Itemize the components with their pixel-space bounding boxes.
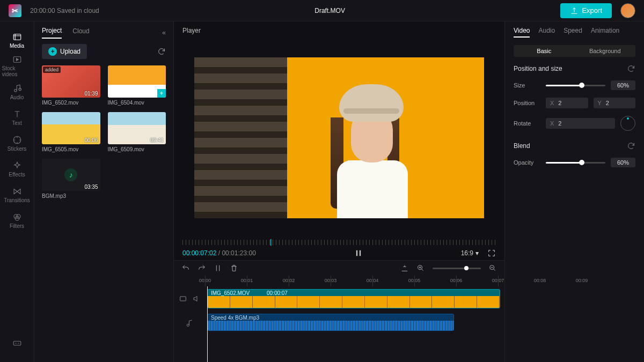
ptab-audio[interactable]: Audio — [538, 27, 555, 38]
mute-icon[interactable] — [192, 294, 200, 303]
svg-rect-0 — [13, 34, 21, 40]
upload-icon — [570, 6, 579, 15]
media-item[interactable]: added01:39 IMG_6502.mov — [42, 65, 100, 106]
rail-media[interactable]: Media — [2, 28, 32, 53]
subtab-background[interactable]: Background — [575, 45, 636, 57]
media-panel: Project Cloud « +Upload added01:39 IMG_6… — [34, 21, 174, 362]
zoom-in-button[interactable] — [416, 264, 425, 272]
topbar: ✂ 20:00:00 Saved in cloud Draft.MOV Expo… — [0, 0, 644, 21]
current-time: 00:00:07:02 — [182, 249, 216, 257]
split-button[interactable] — [214, 264, 222, 272]
media-item[interactable]: + IMG_6504.mov — [108, 65, 166, 106]
chevron-down-icon: ▾ — [475, 249, 479, 257]
add-media-icon[interactable]: + — [157, 89, 166, 98]
pause-button[interactable] — [354, 248, 363, 258]
opacity-slider[interactable] — [546, 162, 605, 164]
media-item[interactable]: 02:41 IMG_6509.mov — [108, 112, 166, 152]
app-logo: ✂ — [9, 4, 21, 17]
audio-track-icon[interactable] — [185, 319, 194, 328]
rail-text[interactable]: Text — [2, 105, 32, 130]
svg-rect-8 — [13, 341, 21, 345]
player-stage[interactable] — [174, 40, 504, 235]
delete-button[interactable] — [230, 264, 238, 272]
side-rail: Media Stock videos Audio Text Stickers E… — [0, 21, 34, 362]
tick-label: 00:03 — [325, 278, 337, 283]
tick-label: 00:09 — [576, 278, 588, 283]
size-slider[interactable] — [546, 85, 605, 86]
player-scrubber[interactable] — [182, 240, 496, 245]
tick-label: 00:06 — [450, 278, 463, 283]
audio-clip[interactable]: Speed 4x BGM.mp3 — [207, 314, 454, 331]
timeline-panel: 00:0000:0100:0200:0300:0400:0500:0600:07… — [174, 260, 504, 362]
media-item[interactable]: 00:06 IMG_6505.mov — [42, 112, 100, 152]
playhead[interactable] — [207, 286, 208, 362]
tick-label: 00:01 — [241, 278, 253, 283]
properties-panel: Video Audio Speed Animation Basic Backgr… — [504, 21, 644, 362]
rail-stickers[interactable]: Stickers — [2, 131, 32, 156]
zoom-out-button[interactable] — [488, 264, 497, 272]
marker-button[interactable] — [400, 264, 409, 272]
position-y-input[interactable]: Y2 — [594, 98, 636, 108]
rail-filters[interactable]: Filters — [2, 208, 32, 233]
ptab-video[interactable]: Video — [514, 27, 530, 38]
music-note-icon: ♪ — [64, 168, 77, 181]
opacity-value[interactable]: 60% — [611, 158, 635, 167]
collapse-panel-button[interactable]: « — [162, 29, 166, 36]
reset-blend-button[interactable] — [627, 142, 635, 150]
rotate-x-input[interactable]: X2 — [546, 118, 615, 129]
player-label: Player — [174, 21, 504, 40]
timeline-ruler[interactable]: 00:0000:0100:0200:0300:0400:0500:0600:07… — [205, 276, 504, 286]
svg-point-12 — [187, 324, 189, 326]
size-value[interactable]: 60% — [611, 80, 635, 90]
svg-point-2 — [14, 89, 17, 92]
tick-label: 00:07 — [492, 278, 504, 283]
tick-label: 00:02 — [283, 278, 295, 283]
total-time: 00:01:23:00 — [222, 249, 255, 257]
tick-label: 00:00 — [199, 278, 211, 283]
undo-button[interactable] — [181, 264, 190, 272]
fullscreen-button[interactable] — [487, 249, 496, 257]
tick-label: 00:08 — [534, 278, 546, 283]
rail-stock-videos[interactable]: Stock videos — [2, 54, 32, 78]
export-button[interactable]: Export — [560, 3, 612, 18]
section-position-size: Position and size — [514, 65, 562, 72]
saved-status: 20:00:00 Saved in cloud — [30, 7, 99, 14]
svg-rect-11 — [180, 297, 186, 301]
ptab-speed[interactable]: Speed — [564, 27, 582, 38]
position-x-input[interactable]: X2 — [546, 98, 588, 108]
tab-project[interactable]: Project — [42, 27, 62, 39]
upload-button[interactable]: +Upload — [42, 44, 87, 59]
rail-effects[interactable]: Effects — [2, 157, 32, 181]
subtab-basic[interactable]: Basic — [514, 45, 575, 57]
refresh-icon[interactable] — [157, 47, 166, 56]
rail-captions[interactable] — [2, 331, 32, 356]
redo-button[interactable] — [197, 264, 206, 272]
zoom-slider[interactable] — [433, 268, 481, 269]
user-avatar[interactable] — [620, 3, 635, 18]
ptab-animation[interactable]: Animation — [591, 27, 619, 38]
reset-position-button[interactable] — [627, 64, 635, 73]
project-title: Draft.MOV — [108, 7, 552, 14]
rail-audio[interactable]: Audio — [2, 79, 32, 104]
tick-label: 00:04 — [367, 278, 379, 283]
plus-icon: + — [48, 47, 57, 56]
rail-transitions[interactable]: Transitions — [2, 182, 32, 207]
video-clip[interactable]: IMG_6502.MOV 00:00:07 — [207, 289, 500, 308]
tab-cloud[interactable]: Cloud — [72, 27, 89, 38]
aspect-ratio-button[interactable]: 16:9▾ — [461, 249, 479, 257]
section-blend: Blend — [514, 142, 530, 150]
video-track-icon[interactable] — [179, 294, 187, 303]
rotate-knob[interactable] — [620, 116, 635, 131]
media-item[interactable]: ♪03:35 BGM.mp3 — [42, 159, 100, 199]
tick-label: 00:05 — [408, 278, 421, 283]
